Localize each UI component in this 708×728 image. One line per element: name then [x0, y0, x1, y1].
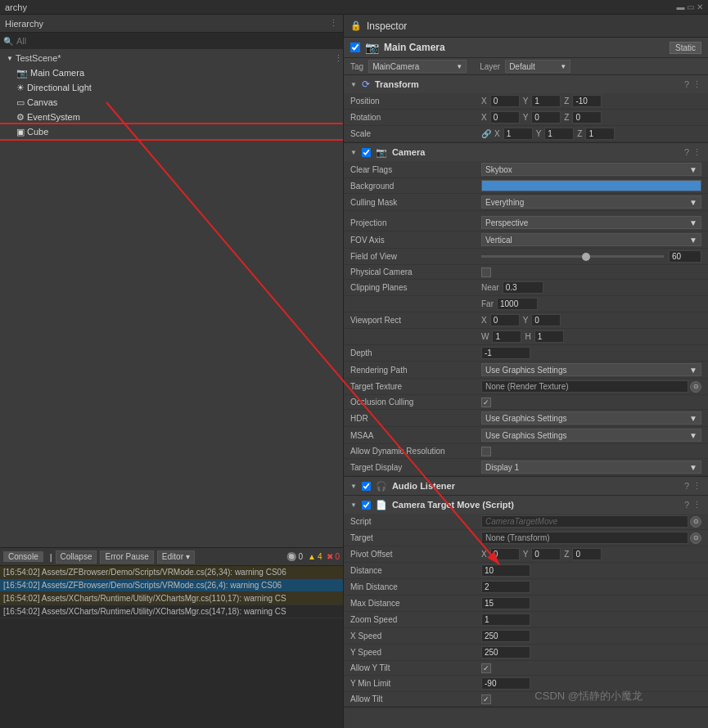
distance-value[interactable]: [481, 564, 530, 577]
hierarchy-menu[interactable]: ⋮: [329, 18, 338, 29]
audio-listener-header[interactable]: ▼ 🎧 Audio Listener ? ⋮: [344, 477, 708, 495]
rotation-z[interactable]: [572, 111, 602, 124]
camera-menu-icon[interactable]: ⋮: [692, 147, 701, 158]
position-z[interactable]: [572, 95, 602, 107]
culling-mask-dropdown[interactable]: Everything ▼: [481, 195, 701, 209]
script-field[interactable]: CameraTargetMove: [481, 515, 688, 528]
viewport-h[interactable]: [534, 330, 564, 343]
allow-tilt-checkbox[interactable]: [481, 694, 491, 704]
rendering-path-arrow: ▼: [689, 366, 697, 375]
console-line-3[interactable]: [16:54:02] Assets/XCharts/Runtime/Utilit…: [0, 605, 343, 618]
target-picker[interactable]: ⊙: [690, 533, 701, 544]
physical-camera-label: Physical Camera: [350, 267, 481, 276]
fov-axis-dropdown[interactable]: Vertical ▼: [481, 233, 701, 246]
pivot-x[interactable]: [490, 548, 520, 560]
ctm-checkbox-wrap[interactable]: [362, 501, 371, 510]
transform-help-icon[interactable]: ?: [684, 79, 689, 90]
rotation-y[interactable]: [531, 111, 561, 124]
max-distance-value[interactable]: [481, 597, 530, 609]
hdr-dropdown[interactable]: Use Graphics Settings ▼: [481, 411, 701, 425]
camera-checkbox[interactable]: [362, 148, 371, 157]
culling-mask-row: Culling Mask Everything ▼: [344, 194, 708, 211]
editor-btn[interactable]: Editor ▾: [157, 550, 195, 564]
position-y[interactable]: [531, 95, 561, 107]
camera-target-move-header[interactable]: ▼ 📄 Camera Target Move (Script) ? ⋮: [344, 496, 708, 514]
scale-y[interactable]: [544, 128, 574, 140]
target-texture-row: Target Texture None (Render Texture) ⊙: [344, 379, 708, 395]
viewport-x[interactable]: [490, 314, 520, 326]
static-button[interactable]: Static: [670, 42, 701, 54]
min-distance-value[interactable]: [481, 581, 530, 593]
depth-value[interactable]: [481, 347, 530, 359]
audio-help-icon[interactable]: ?: [684, 481, 689, 492]
scale-x[interactable]: [503, 128, 533, 140]
viewport-y[interactable]: [531, 314, 561, 326]
viewport-w[interactable]: [492, 330, 521, 343]
collapse-btn[interactable]: Collapse: [56, 550, 97, 564]
console-line-2[interactable]: [16:54:02] Assets/XCharts/Runtime/Utilit…: [0, 592, 343, 605]
layer-dropdown[interactable]: Default ▼: [505, 60, 570, 73]
hierarchy-item-main-camera[interactable]: 📷 Main Camera: [0, 65, 343, 80]
scene-root[interactable]: ▼ TestScene* ⋮: [0, 51, 343, 65]
audio-listener-section: ▼ 🎧 Audio Listener ? ⋮: [344, 477, 708, 496]
rotation-x[interactable]: [490, 111, 520, 124]
audio-listener-checkbox-wrap[interactable]: [362, 482, 371, 491]
hierarchy-search[interactable]: [16, 36, 340, 46]
transform-menu-icon[interactable]: ⋮: [692, 79, 701, 90]
hierarchy-item-directional-light[interactable]: ☀ Directional Light: [0, 80, 343, 95]
target-display-dropdown[interactable]: Display 1 ▼: [481, 461, 701, 474]
allow-tilt-row: Allow Tilt: [344, 692, 708, 707]
hierarchy-item-canvas[interactable]: ▭ Canvas: [0, 95, 343, 110]
clear-flags-dropdown[interactable]: Skybox ▼: [481, 163, 701, 176]
pivot-y[interactable]: [531, 548, 561, 560]
script-picker[interactable]: ⊙: [690, 516, 701, 528]
y-min-limit-value[interactable]: [481, 677, 530, 690]
hierarchy-item-cube[interactable]: ▣ Cube: [0, 124, 343, 139]
x-speed-value[interactable]: [481, 630, 530, 642]
console-line-1[interactable]: [16:54:02] Assets/ZFBrowser/Demo/Scripts…: [0, 579, 343, 592]
hierarchy-item-eventsystem[interactable]: ⚙ EventSystem: [0, 110, 343, 124]
pivot-z[interactable]: [572, 548, 602, 560]
console-tab[interactable]: Console: [3, 551, 43, 562]
target-field[interactable]: None (Transform): [481, 532, 688, 544]
error-pause-btn[interactable]: Error Pause: [100, 550, 153, 564]
object-enabled-checkbox[interactable]: [350, 43, 360, 52]
occlusion-culling-checkbox[interactable]: [481, 398, 491, 407]
eventsystem-label: EventSystem: [27, 112, 80, 122]
ctm-icon: 📄: [376, 500, 387, 510]
camera-section-title: Camera: [392, 147, 425, 157]
allow-y-tilt-checkbox[interactable]: [481, 663, 491, 673]
tag-dropdown-arrow: ▼: [456, 63, 462, 70]
projection-dropdown[interactable]: Perspective ▼: [481, 216, 701, 229]
target-texture-picker[interactable]: ⊙: [690, 381, 701, 393]
physical-camera-row: Physical Camera: [344, 265, 708, 280]
audio-menu-icon[interactable]: ⋮: [692, 481, 701, 492]
camera-section-header[interactable]: ▼ 📷 Camera ? ⋮: [344, 143, 708, 161]
clipping-far[interactable]: [497, 298, 538, 310]
background-row: Background: [344, 178, 708, 194]
tag-dropdown[interactable]: MainCamera ▼: [368, 60, 467, 73]
scene-menu[interactable]: ⋮: [334, 53, 343, 64]
depth-label: Depth: [350, 348, 481, 357]
min-distance-row: Min Distance: [344, 579, 708, 595]
fov-value[interactable]: [669, 250, 701, 263]
ctm-menu-icon[interactable]: ⋮: [692, 500, 701, 510]
scale-z[interactable]: [585, 128, 615, 140]
zoom-speed-label: Zoom Speed: [350, 615, 481, 624]
background-color-swatch[interactable]: [481, 180, 701, 191]
zoom-speed-value[interactable]: [481, 613, 530, 626]
camera-help-icon[interactable]: ?: [684, 147, 689, 158]
target-texture-field[interactable]: None (Render Texture): [481, 380, 688, 393]
y-speed-value[interactable]: [481, 646, 530, 658]
physical-camera-checkbox[interactable]: [481, 267, 491, 277]
transform-section-header[interactable]: ▼ ⟳ Transform ? ⋮: [344, 75, 708, 93]
console-line-0[interactable]: [16:54:02] Assets/ZFBrowser/Demo/Scripts…: [0, 566, 343, 579]
ctm-help-icon[interactable]: ?: [684, 500, 689, 510]
rendering-path-dropdown[interactable]: Use Graphics Settings ▼: [481, 363, 701, 376]
position-x[interactable]: [490, 95, 520, 107]
allow-dynamic-res-checkbox[interactable]: [481, 447, 491, 456]
msaa-dropdown[interactable]: Use Graphics Settings ▼: [481, 429, 701, 442]
fov-axis-arrow: ▼: [689, 236, 697, 245]
fov-slider[interactable]: [481, 255, 664, 258]
clipping-near[interactable]: [503, 281, 543, 294]
